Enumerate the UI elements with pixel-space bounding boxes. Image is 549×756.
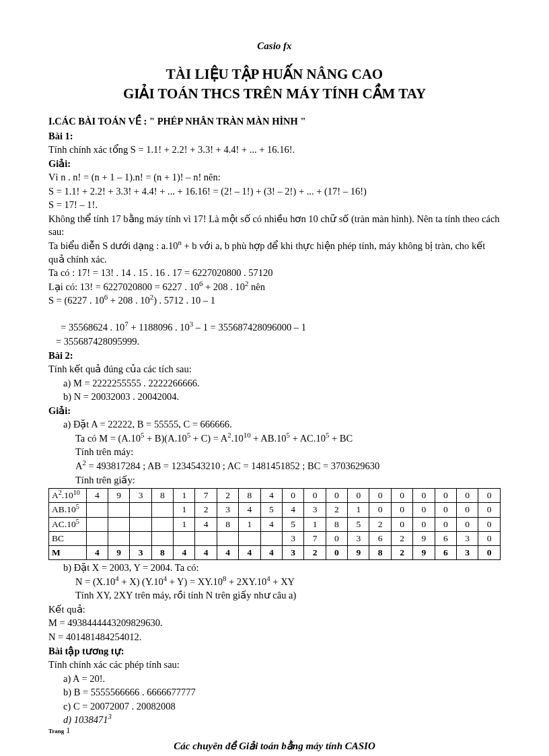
bai2-sol-b2: N = (X.104 + X) (Y.104 + Y) = XY.108 + 2… <box>48 576 501 589</box>
digit-cell: 8 <box>326 517 347 531</box>
btt-a: a) A = 20!. <box>48 673 501 686</box>
digit-cell: 8 <box>217 517 238 531</box>
digit-cell: 8 <box>239 489 260 503</box>
digit-cell: 8 <box>369 546 391 560</box>
calculation-table: A2.10104938172840000000000AB.10512345432… <box>48 488 501 560</box>
digit-cell: 4 <box>282 503 303 517</box>
bai1-label: Bài 1: <box>48 130 501 143</box>
digit-cell <box>174 531 195 545</box>
digit-cell: 4 <box>260 546 282 560</box>
digit-cell: 4 <box>239 546 260 560</box>
digit-cell: 0 <box>478 489 501 503</box>
digit-cell: 2 <box>369 517 391 531</box>
digit-cell: 2 <box>195 503 217 517</box>
bai1-step: S = 17! – 1!. <box>48 199 501 212</box>
digit-cell: 0 <box>391 489 412 503</box>
bai1-step: S = (6227 . 106 + 208 . 102) . 5712 . 10… <box>48 294 501 308</box>
digit-cell: 9 <box>413 531 435 545</box>
digit-cell: 7 <box>195 489 217 503</box>
footer-title: Các chuyên đề Giải toán bằng máy tính CA… <box>48 739 501 753</box>
digit-cell: 8 <box>151 489 173 503</box>
bai2-sol-a1: a) Đặt A = 22222, B = 55555, C = 666666. <box>48 418 501 432</box>
digit-cell: 2 <box>391 546 412 560</box>
digit-cell <box>86 517 108 531</box>
digit-cell: 0 <box>391 503 412 517</box>
section-1-heading: I.CÁC BÀI TOÁN VỀ : " PHÉP NHÂN TRÀN MÀN… <box>48 115 501 129</box>
digit-cell: 0 <box>456 489 478 503</box>
digit-cell: 3 <box>217 503 238 517</box>
bai2-sol-a3: Tính trên máy: <box>48 446 501 459</box>
digit-cell: 1 <box>239 517 260 531</box>
bai2-label: Bài 2: <box>48 349 501 363</box>
digit-cell: 9 <box>348 546 369 560</box>
doc-title-line2: GIẢI TOÁN THCS TRÊN MÁY TÍNH CẦM TAY <box>48 84 501 103</box>
bai1-step: Ta có : 17! = 13! . 14 . 15 . 16 . 17 = … <box>48 267 501 280</box>
bai1-giai-label: Giải: <box>48 158 501 171</box>
digit-cell: 3 <box>348 531 369 545</box>
digit-cell: 0 <box>413 503 435 517</box>
digit-cell: 1 <box>348 503 369 517</box>
result-n: N = 401481484254012. <box>48 631 501 644</box>
bai1-step: Ta biểu diễn S dưới dạng : a.10n + b với… <box>48 240 501 266</box>
digit-cell: 6 <box>369 531 391 545</box>
digit-cell <box>217 531 238 545</box>
digit-cell: 3 <box>282 546 303 560</box>
digit-cell: 0 <box>435 489 456 503</box>
digit-cell: 0 <box>391 517 412 531</box>
bai2-sol-b3: Tính XY, 2XY trên máy, rồi tính N trên g… <box>48 589 501 603</box>
digit-cell: 0 <box>326 531 347 545</box>
digit-cell <box>108 517 129 531</box>
digit-cell: 5 <box>348 517 369 531</box>
row-header: A2.1010 <box>49 489 87 503</box>
digit-cell: 7 <box>304 531 326 545</box>
bai2-intro: Tính kết quả đúng của các tích sau: <box>48 363 501 376</box>
digit-cell <box>130 517 151 531</box>
btt-intro: Tính chính xác các phép tính sau: <box>48 658 501 672</box>
result-m: M = 4938444443209829630. <box>48 617 501 630</box>
bai1-step: = 355687428095999. <box>48 335 501 349</box>
digit-cell <box>130 503 151 517</box>
ketqua-label: Kết quả: <box>48 603 501 617</box>
digit-cell: 0 <box>304 489 326 503</box>
bai2-giai-label: Giải: <box>48 405 501 418</box>
bai2-item-a: a) M = 2222255555 . 2222266666. <box>48 377 501 390</box>
row-header: BC <box>49 531 87 545</box>
digit-cell: 6 <box>435 546 456 560</box>
digit-cell <box>86 531 108 545</box>
bai2-sol-b1: b) Đặt X = 2003, Y = 2004. Ta có: <box>48 561 501 575</box>
digit-cell: 1 <box>174 517 195 531</box>
digit-cell <box>108 503 129 517</box>
digit-cell: 4 <box>239 503 260 517</box>
digit-cell: 3 <box>456 531 478 545</box>
digit-cell: 4 <box>260 517 282 531</box>
digit-cell: 4 <box>86 546 108 560</box>
digit-cell: 6 <box>435 531 456 545</box>
digit-cell: 3 <box>282 531 303 545</box>
btt-c: c) C = 20072007 . 20082008 <box>48 700 501 714</box>
digit-cell: 3 <box>130 489 151 503</box>
btt-b: b) B = 5555566666 . 6666677777 <box>48 686 501 699</box>
digit-cell: 1 <box>174 503 195 517</box>
digit-cell: 0 <box>282 489 303 503</box>
digit-cell: 0 <box>369 503 391 517</box>
digit-cell: 9 <box>413 546 435 560</box>
digit-cell <box>108 531 129 545</box>
page-number: Trang 1 <box>48 725 70 736</box>
digit-cell: 0 <box>413 489 435 503</box>
row-header: AB.105 <box>49 503 87 517</box>
btt-d: d) 10384713 <box>48 714 501 727</box>
digit-cell: 1 <box>304 517 326 531</box>
digit-cell: 0 <box>456 517 478 531</box>
digit-cell: 1 <box>174 489 195 503</box>
digit-cell: 4 <box>260 489 282 503</box>
digit-cell: 4 <box>217 546 238 560</box>
brand-header: Casio fx <box>48 39 501 53</box>
row-header: AC.105 <box>49 517 87 531</box>
digit-cell: 9 <box>108 546 129 560</box>
digit-cell: 2 <box>391 531 412 545</box>
digit-cell <box>151 517 173 531</box>
digit-cell <box>86 503 108 517</box>
digit-cell: 4 <box>195 517 217 531</box>
digit-cell <box>239 531 260 545</box>
bai1-step: Vì n . n! = (n + 1 – 1).n! = (n + 1)! – … <box>48 171 501 184</box>
